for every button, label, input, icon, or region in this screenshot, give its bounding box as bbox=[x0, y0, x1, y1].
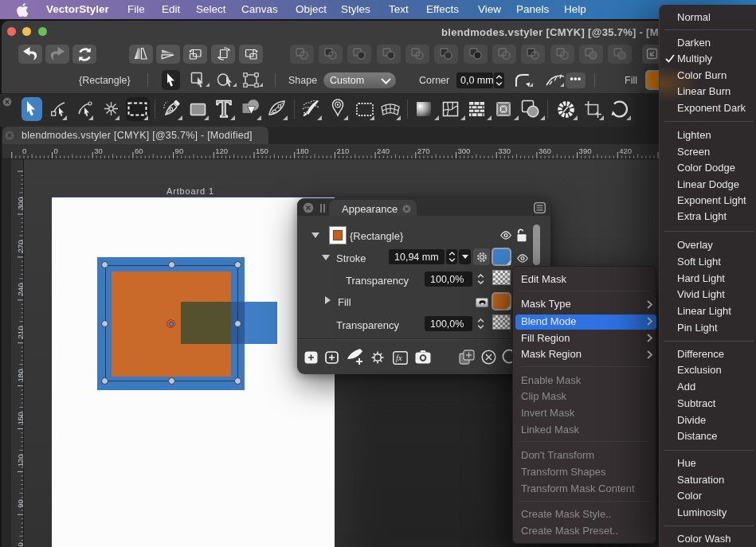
svg-text:fx: fx bbox=[396, 354, 402, 362]
